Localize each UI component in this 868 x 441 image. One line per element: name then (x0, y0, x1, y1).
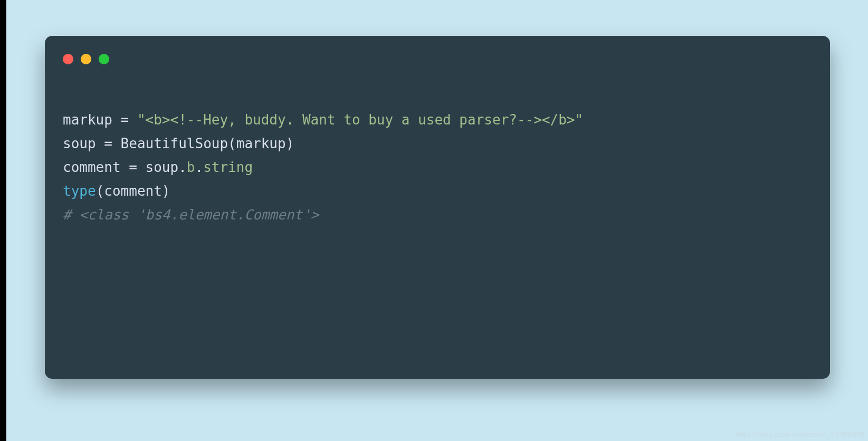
tok-paren-open: ( (228, 136, 236, 151)
tok-paren-close: ) (162, 183, 170, 199)
tok-op: = (121, 159, 146, 175)
tok-op: = (96, 136, 121, 151)
tok-arg: markup (236, 136, 286, 151)
tok-attr: string (203, 159, 253, 175)
code-line-1: markup = "<b><!--Hey, buddy. Want to buy… (63, 112, 583, 128)
tok-paren-open: ( (96, 183, 104, 199)
code-line-5: # <class 'bs4.element.Comment'> (63, 207, 319, 223)
tok-var: soup (63, 136, 96, 151)
code-line-2: soup = BeautifulSoup(markup) (63, 136, 294, 151)
tok-comment: # <class 'bs4.element.Comment'> (63, 207, 319, 223)
tok-obj: soup (146, 159, 179, 175)
code-block: markup = "<b><!--Hey, buddy. Want to buy… (63, 84, 812, 251)
tok-op: = (112, 112, 137, 128)
tok-paren-close: ) (286, 136, 294, 151)
code-card: markup = "<b><!--Hey, buddy. Want to buy… (45, 36, 830, 379)
left-edge-strip (0, 0, 6, 441)
tok-dot: . (195, 159, 203, 175)
tok-var: comment (63, 159, 121, 175)
tok-var: markup (63, 112, 112, 128)
tok-arg: comment (104, 183, 162, 199)
code-line-4: type(comment) (63, 183, 170, 199)
window-dot-green (99, 54, 109, 64)
window-dot-yellow (81, 54, 91, 64)
tok-call: BeautifulSoup (121, 136, 228, 151)
window-controls (63, 54, 109, 64)
tok-dot: . (178, 159, 187, 175)
window-dot-red (63, 54, 73, 64)
code-line-3: comment = soup.b.string (63, 159, 253, 175)
tok-string: "<b><!--Hey, buddy. Want to buy a used p… (137, 112, 583, 128)
watermark: https://blog.csdn.net/weixin_45468845 (735, 430, 865, 439)
tok-keyword: type (63, 183, 96, 199)
tok-attr: b (187, 159, 195, 175)
